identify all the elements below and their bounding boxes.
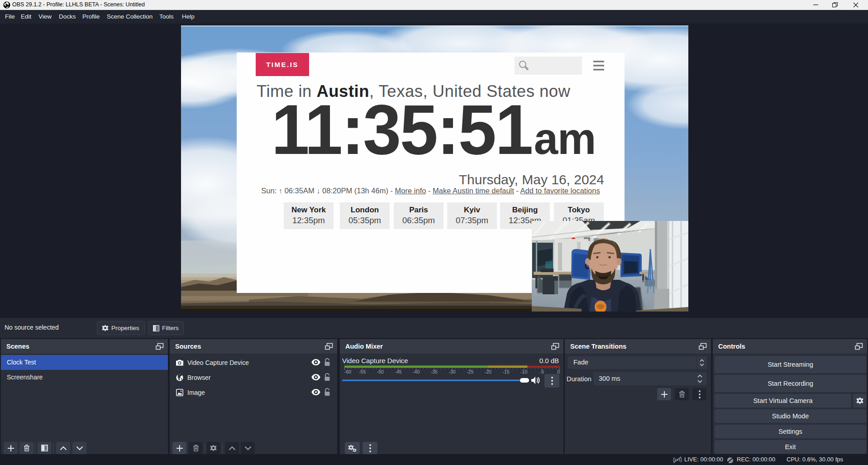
svg-text:-15: -15 bbox=[502, 369, 509, 374]
svg-text:-55: -55 bbox=[359, 369, 366, 374]
svg-text:-25: -25 bbox=[467, 369, 473, 374]
svg-text:-40: -40 bbox=[413, 369, 420, 374]
svg-text:-10: -10 bbox=[520, 369, 527, 374]
svg-text:-30: -30 bbox=[448, 369, 455, 374]
svg-text:-50: -50 bbox=[377, 369, 384, 374]
svg-text:-45: -45 bbox=[395, 369, 401, 374]
svg-text:-60: -60 bbox=[344, 369, 351, 374]
svg-text:-5: -5 bbox=[540, 369, 544, 374]
svg-text:-35: -35 bbox=[431, 369, 438, 374]
svg-text:-20: -20 bbox=[485, 369, 491, 374]
